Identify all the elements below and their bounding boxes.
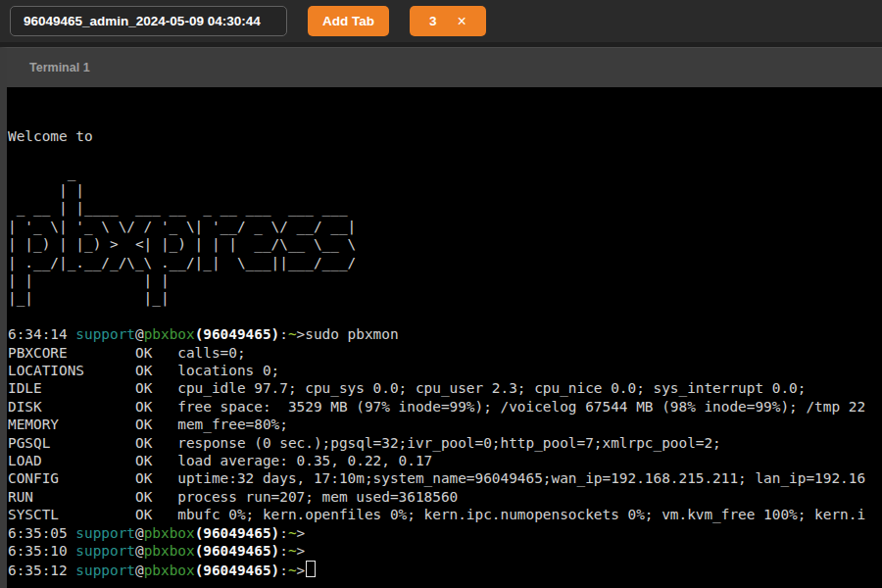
prompt-session: (96049465)	[195, 563, 280, 578]
status-message: response (0 sec.);pgsql=32;ivr_pool=0;ht…	[177, 435, 721, 451]
status-name: LOCATIONS	[8, 363, 135, 378]
terminal-line: _ __ | |____ ___ __ _ __ ___ ___ ___	[8, 199, 882, 217]
prompt-user: support	[75, 525, 135, 541]
prompt-colon: :	[279, 326, 288, 342]
terminal-line: | |	[8, 181, 882, 199]
status-ok: OK	[135, 453, 177, 468]
prompt-host: pbxbox	[144, 543, 195, 559]
prompt-time: 6:35:12	[8, 563, 75, 578]
close-tab-icon[interactable]: ×	[458, 14, 466, 29]
terminal-line: MEMORY OK mem_free=80%;	[8, 416, 882, 433]
terminal-line: 6:35:10 support@pbxbox(96049465):~>	[8, 542, 882, 560]
prompt-host: pbxbox	[144, 563, 195, 578]
terminal-line: _	[8, 164, 882, 181]
prompt-tilde: ~	[288, 525, 297, 541]
terminal-window: Terminal 1 Welcome to _ | | _ __ | |____…	[0, 47, 882, 588]
prompt-gt: >	[297, 525, 306, 541]
status-message: uptime:32 days, 17:10m;system_name=96049…	[177, 470, 865, 486]
terminal-line: 6:34:14 support@pbxbox(96049465):~>sudo …	[8, 325, 882, 343]
status-ok: OK	[135, 380, 177, 396]
terminal-line: LOCATIONS OK locations 0;	[8, 362, 882, 379]
prompt-tilde: ~	[288, 326, 297, 342]
prompt-at: @	[135, 326, 144, 342]
terminal-line: | | | |	[8, 271, 882, 289]
status-message: mem_free=80%;	[177, 416, 288, 432]
status-ok: OK	[135, 345, 177, 361]
prompt-command: sudo pbxmon	[305, 326, 398, 342]
status-ok: OK	[135, 399, 177, 415]
status-message: free space: 3529 MB (97% inode=99%); /vo…	[177, 399, 865, 415]
terminal-line	[8, 145, 882, 163]
status-name: MEMORY	[8, 416, 135, 432]
prompt-user: support	[75, 326, 135, 342]
top-toolbar: Add Tab 3 ×	[0, 0, 882, 42]
terminal-line: DISK OK free space: 3529 MB (97% inode=9…	[8, 398, 882, 416]
status-ok: OK	[135, 363, 177, 378]
active-tab-chip[interactable]: 3 ×	[410, 6, 486, 36]
status-name: IDLE	[8, 380, 135, 396]
prompt-tilde: ~	[288, 563, 297, 578]
terminal-screen[interactable]: Welcome to _ | | _ __ | |____ ___ __ _ _…	[7, 87, 882, 588]
prompt-user: support	[75, 543, 135, 559]
terminal-line: | .__/|_.__/_/\_\ .__/|_| \___||___/___/	[8, 254, 882, 271]
status-name: CONFIG	[8, 470, 135, 486]
prompt-gt: >	[297, 326, 306, 342]
terminal-line: IDLE OK cpu_idle 97.7; cpu_sys 0.0; cpu_…	[8, 379, 882, 397]
prompt-time: 6:34:14	[8, 326, 75, 342]
status-message: load average: 0.35, 0.22, 0.17	[177, 453, 432, 468]
prompt-colon: :	[279, 563, 288, 578]
prompt-time: 6:35:10	[8, 543, 75, 559]
prompt-at: @	[135, 525, 144, 541]
terminal-line	[8, 91, 882, 109]
prompt-host: pbxbox	[144, 326, 195, 342]
status-name: PBXCORE	[8, 345, 135, 361]
prompt-session: (96049465)	[195, 525, 280, 541]
terminal-line: PGSQL OK response (0 sec.);pgsql=32;ivr_…	[8, 434, 882, 452]
terminal-line: | |_) | |_) > <| |_) | | | __/\__ \__ \	[8, 235, 882, 253]
terminal-header: Terminal 1	[7, 48, 882, 87]
status-name: PGSQL	[8, 435, 135, 451]
prompt-gt: >	[297, 563, 306, 578]
terminal-line	[8, 308, 882, 325]
prompt-time: 6:35:05	[8, 525, 75, 541]
prompt-session: (96049465)	[195, 543, 280, 559]
prompt-session: (96049465)	[195, 326, 280, 342]
status-ok: OK	[135, 470, 177, 486]
terminal-line	[8, 109, 882, 126]
status-ok: OK	[135, 435, 177, 451]
status-ok: OK	[135, 507, 177, 522]
terminal-line: Welcome to	[8, 127, 882, 145]
status-ok: OK	[135, 416, 177, 432]
status-message: process run=207; mem used=3618560	[177, 489, 458, 505]
prompt-at: @	[135, 563, 144, 578]
prompt-tilde: ~	[288, 543, 297, 559]
add-tab-button[interactable]: Add Tab	[308, 6, 389, 36]
terminal-line: | '_ \| '_ \ \/ / '_ \| '__/ _ \/ __/ __…	[8, 218, 882, 235]
status-message: cpu_idle 97.7; cpu_sys 0.0; cpu_user 2.3…	[177, 380, 806, 396]
status-name: SYSCTL	[8, 507, 135, 522]
session-name-input[interactable]	[10, 6, 287, 36]
terminal-line: SYSCTL OK mbufc 0%; kern.openfiles 0%; k…	[8, 506, 882, 523]
terminal-line: 6:35:05 support@pbxbox(96049465):~>	[8, 524, 882, 542]
status-message: locations 0;	[177, 363, 279, 378]
status-ok: OK	[135, 489, 177, 505]
prompt-colon: :	[279, 525, 288, 541]
prompt-user: support	[75, 563, 135, 578]
terminal-cursor	[306, 561, 316, 577]
status-name: RUN	[8, 489, 135, 505]
prompt-gt: >	[297, 543, 306, 559]
terminal-line: 6:35:12 support@pbxbox(96049465):~>	[8, 561, 882, 579]
terminal-line: CONFIG OK uptime:32 days, 17:10m;system_…	[8, 469, 882, 487]
prompt-at: @	[135, 543, 144, 559]
prompt-host: pbxbox	[144, 525, 195, 541]
tab-count-label: 3	[429, 14, 437, 28]
terminal-title: Terminal 1	[29, 61, 90, 74]
status-name: LOAD	[8, 453, 135, 468]
prompt-colon: :	[279, 543, 288, 559]
status-message: calls=0;	[177, 345, 245, 361]
status-message: mbufc 0%; kern.openfiles 0%; kern.ipc.nu…	[177, 507, 865, 522]
terminal-line: PBXCORE OK calls=0;	[8, 344, 882, 362]
terminal-line: LOAD OK load average: 0.35, 0.22, 0.17	[8, 452, 882, 469]
status-name: DISK	[8, 399, 135, 415]
terminal-line: RUN OK process run=207; mem used=3618560	[8, 488, 882, 506]
